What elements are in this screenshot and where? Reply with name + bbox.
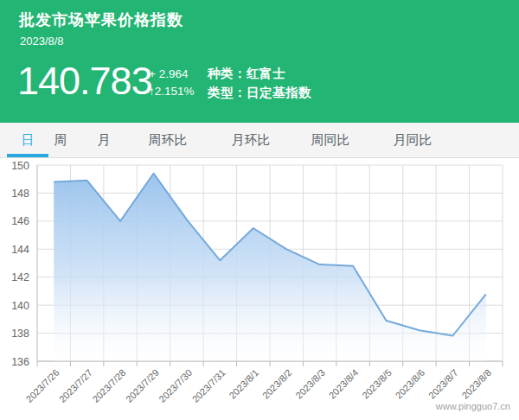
change-absolute: + 2.964 (149, 66, 195, 83)
svg-text:2023/7/30: 2023/7/30 (157, 367, 194, 404)
tab-month-on-month[interactable]: 月环比 (221, 123, 280, 157)
change-block: + 2.964 ↑2.151% (149, 66, 195, 100)
variety-label: 种类：红富士 (208, 64, 311, 83)
type-label: 类型：日定基指数 (208, 83, 311, 102)
price-index-chart[interactable]: 1361381401421441461481502023/7/262023/7/… (0, 158, 519, 420)
change-percent: ↑2.151% (149, 83, 195, 100)
period-tabs: 日 周 月 周环比 月环比 周同比 月同比 (0, 123, 519, 158)
tab-day[interactable]: 日 (7, 123, 48, 157)
svg-text:140: 140 (11, 300, 29, 312)
svg-text:2023/7/31: 2023/7/31 (190, 367, 227, 404)
svg-text:2023/8/7: 2023/8/7 (426, 367, 460, 401)
svg-text:144: 144 (11, 244, 29, 256)
svg-text:2023/8/4: 2023/8/4 (327, 367, 361, 401)
tab-week-on-week[interactable]: 周环比 (138, 123, 197, 157)
tab-month[interactable]: 月 (88, 123, 119, 157)
tab-week-yoy[interactable]: 周同比 (301, 123, 360, 157)
page-title: 批发市场苹果价格指数 (19, 10, 183, 30)
svg-text:2023/8/8: 2023/8/8 (459, 367, 493, 401)
header: 批发市场苹果价格指数 2023/8/8 140.783 + 2.964 ↑2.1… (0, 0, 519, 123)
svg-text:2023/7/29: 2023/7/29 (124, 367, 161, 404)
svg-text:2023/7/28: 2023/7/28 (90, 367, 127, 404)
svg-text:138: 138 (11, 328, 29, 340)
svg-text:2023/8/6: 2023/8/6 (394, 367, 427, 401)
tab-week[interactable]: 周 (45, 123, 76, 157)
header-date: 2023/8/8 (20, 35, 64, 48)
svg-text:2023/7/26: 2023/7/26 (24, 367, 61, 404)
svg-text:150: 150 (11, 160, 29, 172)
svg-text:2023/8/1: 2023/8/1 (227, 367, 260, 401)
svg-text:146: 146 (11, 215, 29, 227)
index-value: 140.783 (17, 59, 152, 104)
meta-block: 种类：红富士 类型：日定基指数 (208, 64, 311, 102)
tab-month-yoy[interactable]: 月同比 (383, 123, 442, 157)
svg-text:2023/8/2: 2023/8/2 (260, 367, 294, 401)
svg-text:142: 142 (11, 271, 29, 283)
svg-text:2023/8/5: 2023/8/5 (360, 367, 394, 401)
price-index-widget: 批发市场苹果价格指数 2023/8/8 140.783 + 2.964 ↑2.1… (0, 0, 519, 420)
svg-text:136: 136 (11, 356, 29, 368)
svg-text:2023/7/27: 2023/7/27 (57, 367, 94, 404)
chart-area[interactable]: 1361381401421441461481502023/7/262023/7/… (0, 158, 519, 420)
svg-text:2023/8/3: 2023/8/3 (293, 367, 327, 401)
watermark: www.pingguo7.cn (436, 401, 510, 411)
svg-text:148: 148 (11, 188, 29, 200)
